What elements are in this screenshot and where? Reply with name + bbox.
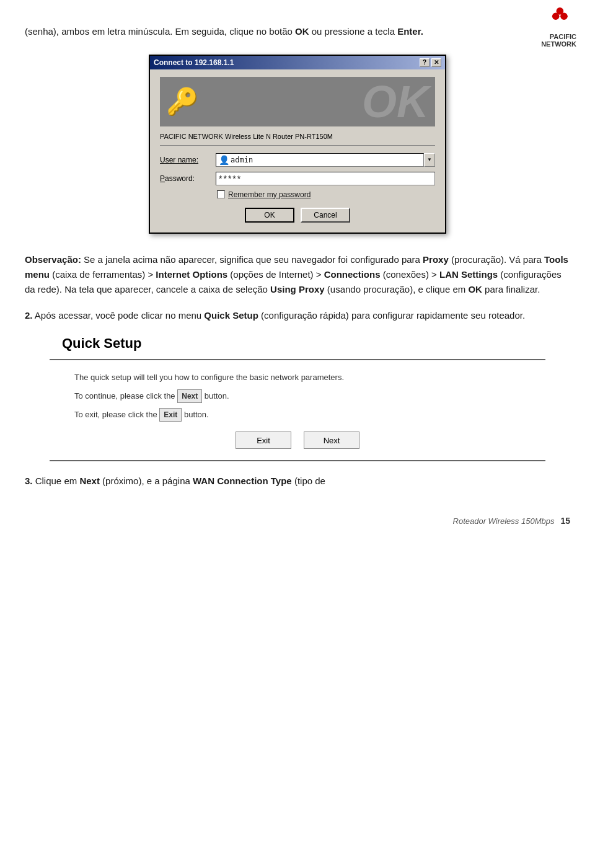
step2-paragraph: 2. Após acessar, você pode clicar no men… <box>25 308 570 323</box>
step3-text-end: (tipo de <box>292 476 325 486</box>
dialog-product-name: PACIFIC NETWORK Wireless Lite N Router P… <box>160 133 435 146</box>
username-input[interactable]: 👤 admin <box>216 153 424 167</box>
dialog-screenshot-wrapper: Connect to 192.168.1.1 ? ✕ 🔑 OK PACIFIC … <box>25 55 570 234</box>
quick-setup-title: Quick Setup <box>62 335 570 352</box>
observation-label: Observação: <box>25 254 81 265</box>
qs-exit-button[interactable]: Exit <box>236 432 291 449</box>
qs-next-button[interactable]: Next <box>304 432 359 449</box>
step3-text-before: Clique em <box>33 476 80 486</box>
username-value: admin <box>231 156 253 164</box>
key-icon: 🔑 <box>166 86 198 117</box>
qs-exit-text2: button. <box>182 410 208 419</box>
observation-paragraph: Observação: Se a janela acima não aparec… <box>25 252 570 297</box>
remember-label: Remember my password <box>228 190 311 199</box>
dialog-titlebar: Connect to 192.168.1.1 ? ✕ <box>150 56 445 69</box>
logo-sub-text: NETWORK <box>541 40 576 48</box>
footer-product-text: Roteador Wireless 150Mbps <box>453 516 555 526</box>
password-input[interactable]: ***** <box>216 172 435 185</box>
pacific-network-logo-icon <box>545 6 576 31</box>
password-label-rest: assword: <box>165 174 195 183</box>
step2-number: 2. <box>25 310 33 321</box>
close-button[interactable]: ✕ <box>431 58 441 67</box>
dialog-body: 🔑 OK PACIFIC NETWORK Wireless Lite N Rou… <box>150 69 445 232</box>
username-dropdown-arrow[interactable]: ▼ <box>424 153 435 167</box>
remember-checkbox[interactable] <box>217 190 225 198</box>
ok-watermark: OK <box>362 77 429 126</box>
qs-next-btn-inline: Next <box>177 389 202 403</box>
qs-instruction-next: To continue, please click the Next butto… <box>74 389 521 403</box>
observation-lan: LAN Settings <box>439 269 498 280</box>
qs-exit-text1: To exit, please click the <box>74 410 159 419</box>
username-label: User name: <box>160 156 216 164</box>
password-label: Password: <box>160 174 216 183</box>
quick-setup-panel: The quick setup will tell you how to con… <box>50 359 545 462</box>
intro-paragraph: (senha), ambos em letra minúscula. Em se… <box>25 25 570 39</box>
step2-quick: Quick Setup <box>204 310 258 321</box>
observation-text7: (usando procuração), e clique em <box>325 284 469 294</box>
observation-text1: Se a janela acima não aparecer, signific… <box>81 254 423 265</box>
observation-proxy: Proxy <box>423 254 449 265</box>
dialog-buttons-row: OK Cancel <box>160 208 435 223</box>
observation-text4: (opções de Internet) > <box>227 269 324 280</box>
step2-text-before: Após acessar, você pode clicar no menu <box>33 310 205 321</box>
logo-area: PACIFIC NETWORK <box>541 6 576 48</box>
username-input-wrapper: 👤 admin ▼ <box>216 153 435 167</box>
password-row: Password: ***** <box>160 172 435 185</box>
qs-description: The quick setup will tell you how to con… <box>74 371 521 384</box>
step3-text-after: (próximo), e a página <box>100 476 193 486</box>
password-label-u: P <box>160 174 165 183</box>
svg-point-2 <box>557 7 564 15</box>
qs-exit-btn-inline: Exit <box>159 408 182 422</box>
dialog-cancel-button[interactable]: Cancel <box>301 208 350 223</box>
username-label-text: User name: <box>160 156 198 164</box>
observation-ok: OK <box>468 284 482 294</box>
observation-internet: Internet Options <box>156 269 227 280</box>
intro-ok-bold: OK <box>295 26 309 37</box>
user-icon: 👤 <box>219 155 229 165</box>
intro-text-1: (senha), ambos em letra minúscula. Em se… <box>25 26 295 37</box>
observation-text3: (caixa de ferramentas) > <box>50 269 156 280</box>
help-button[interactable]: ? <box>420 58 430 67</box>
dialog-ok-button[interactable]: OK <box>245 208 294 223</box>
qs-instruction-exit: To exit, please click the Exit button. <box>74 408 521 422</box>
dialog-key-area: 🔑 OK <box>160 77 435 126</box>
observation-connections: Connections <box>324 269 381 280</box>
intro-enter-bold: Enter. <box>397 26 423 37</box>
qs-next-text2: button. <box>202 391 229 401</box>
step3-number: 3. <box>25 476 33 486</box>
footer-page-number: 15 <box>560 516 570 526</box>
qs-next-text1: To continue, please click the <box>74 391 177 401</box>
qs-buttons-row: Exit Next <box>74 432 521 449</box>
observation-text8: para finalizar. <box>482 284 540 294</box>
dialog-title: Connect to 192.168.1.1 <box>154 58 234 67</box>
step3-paragraph: 3. Clique em Next (próximo), e a página … <box>25 474 570 489</box>
observation-text5: (conexões) > <box>381 269 439 280</box>
connect-dialog: Connect to 192.168.1.1 ? ✕ 🔑 OK PACIFIC … <box>149 55 446 234</box>
observation-using-proxy: Using Proxy <box>270 284 325 294</box>
step3-next: Next <box>79 476 100 486</box>
observation-text2: (procuração). Vá para <box>449 254 544 265</box>
intro-text-2: ou pressione a tecla <box>309 26 398 37</box>
step2-text-after: (configuração rápida) para configurar ra… <box>258 310 525 321</box>
remember-row: Remember my password <box>217 190 435 199</box>
titlebar-buttons: ? ✕ <box>420 58 441 67</box>
step3-wan: WAN Connection Type <box>193 476 292 486</box>
logo-brand-text: PACIFIC <box>541 33 576 40</box>
password-dots: ***** <box>219 174 242 184</box>
username-row: User name: 👤 admin ▼ <box>160 153 435 167</box>
page-footer: Roteador Wireless 150Mbps 15 <box>453 516 570 526</box>
